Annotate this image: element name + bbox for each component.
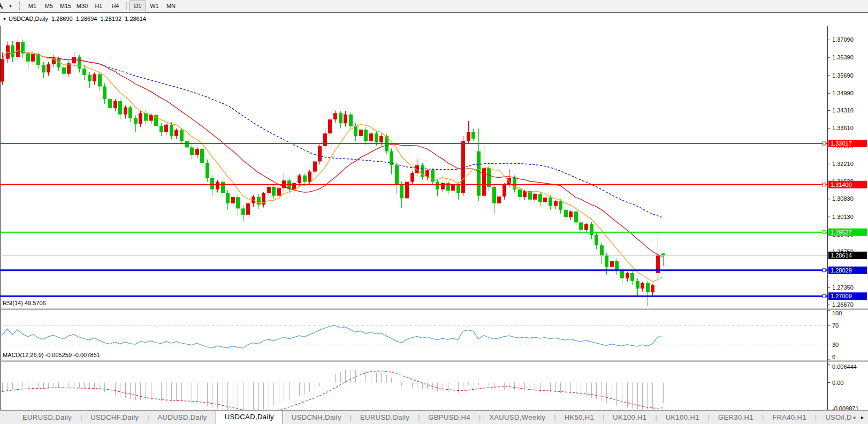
tab-audusd-daily[interactable]: AUDUSD,Daily [149, 411, 215, 424]
tab-gbpusd-h4[interactable]: GBPUSD,H4 [420, 411, 479, 424]
tab-fra40-h1[interactable]: FRA40,H1 [764, 411, 815, 424]
timeframe-button-d1[interactable]: D1 [130, 1, 146, 11]
tab-ger30-h1[interactable]: GER30,H1 [710, 411, 762, 424]
cursor-tool-icon[interactable] [0, 2, 7, 10]
price-tick-label: 1.34990 [832, 90, 854, 96]
low-value: 1.28192 [100, 16, 121, 22]
price-tick-label: 1.36390 [832, 54, 854, 60]
timeframe-button-m30[interactable]: M30 [74, 1, 90, 11]
timeframe-button-m5[interactable]: M5 [41, 1, 57, 11]
toolbar-grip[interactable] [19, 2, 20, 10]
cursor-arrow-dot [1, 7, 3, 9]
price-tick-label: 1.33610 [832, 125, 854, 131]
timeframe-button-mn[interactable]: MN [163, 1, 179, 11]
price-tick-label: 1.34310 [832, 107, 854, 113]
tab-eurusd-daily[interactable]: EURUSD,Daily [14, 411, 80, 424]
price-tick-label: 1.30130 [832, 214, 854, 220]
close-value: 1.28614 [125, 16, 146, 22]
price-line-label: 1.33017 [831, 140, 852, 147]
tab-scroll-buttons: ◄ ► [851, 415, 868, 420]
symbol-period-label: USDCAD,Daily [9, 16, 48, 22]
tab-usdchf-daily[interactable]: USDCHF,Daily [82, 411, 147, 424]
price-line-label: 1.29527 [831, 229, 852, 236]
timeframe-button-h4[interactable]: H4 [107, 1, 124, 11]
timeframe-separator [126, 2, 127, 10]
horizontal-lines-layer[interactable] [0, 142, 827, 298]
price-line-label: 1.27009 [831, 293, 852, 299]
timeframe-button-group: M1M5M15M30H1H4D1W1MN [24, 0, 179, 12]
cursor-tool-caret-icon[interactable]: ▼ [9, 4, 12, 8]
rsi-indicator-label: RSI(14) 49.5706 [3, 300, 46, 306]
price-tick-label: 1.35690 [832, 72, 854, 79]
tab-usdcnh-daily[interactable]: USDCNH,Daily [283, 411, 350, 424]
macd-tick-label: 0.00 [832, 380, 843, 386]
price-tick-label: 1.26670 [832, 301, 854, 308]
current-price-label: 1.28614 [831, 252, 852, 259]
tab-eurusd-daily[interactable]: EURUSD,Daily [352, 411, 418, 424]
timeframe-button-m15[interactable]: M15 [57, 1, 74, 11]
tab-uk100-h1[interactable]: UK100,H1 [604, 411, 655, 424]
tab-xauusd-weekly[interactable]: XAUUSD,Weekly [481, 411, 554, 424]
tab-scroll-left-icon[interactable]: ◄ [851, 415, 856, 420]
high-value: 1.28694 [76, 16, 97, 22]
rsi-line [2, 325, 663, 348]
macd-tick-label: 0.006444 [832, 364, 857, 370]
price-line-label: 1.28029 [831, 267, 852, 274]
timeframe-button-w1[interactable]: W1 [146, 1, 163, 11]
tab-usoil-daily[interactable]: USOil,Daily [817, 411, 851, 424]
candles-layer [1, 39, 665, 306]
tab-uk100-h1[interactable]: UK100,H1 [657, 411, 708, 424]
chart-tab-bar: EURUSD,Daily|USDCHF,Daily|AUDUSD,DailyUS… [0, 410, 868, 424]
ohlc-readout: ▼USDCAD,Daily1.286901.286941.281921.2861… [3, 16, 146, 22]
chart-tabs: EURUSD,Daily|USDCHF,Daily|AUDUSD,DailyUS… [0, 411, 851, 424]
timeframe-button-m1[interactable]: M1 [24, 1, 41, 11]
macd-signal-line [2, 371, 663, 412]
rsi-tick-label: 30 [832, 342, 839, 348]
tab-scroll-right-icon[interactable]: ► [860, 415, 865, 420]
chart-window: 1.370901.363901.356901.349901.343101.336… [0, 12, 868, 411]
price-line-label: 1.31400 [831, 181, 852, 188]
chart-canvas[interactable]: 1.370901.363901.356901.349901.343101.336… [0, 26, 868, 423]
price-tick-label: 1.37090 [832, 36, 854, 43]
price-tick-label: 1.32210 [832, 161, 854, 167]
macd-indicator-label: MACD(12,26,9) -0.005259 -0.007851 [3, 352, 100, 358]
timeframe-button-h1[interactable]: H1 [90, 1, 107, 11]
rsi-tick-label: 0 [832, 354, 835, 360]
price-tick-label: 1.30830 [832, 195, 854, 202]
rsi-tick-label: 70 [832, 322, 839, 329]
price-tick-label: 1.27350 [832, 284, 854, 291]
chart-menu-caret-icon[interactable]: ▼ [3, 17, 6, 21]
toolbar: ▼ M1M5M15M30H1H4D1W1MN [0, 0, 868, 12]
open-value: 1.28690 [51, 16, 73, 22]
tab-hk50-h1[interactable]: HK50,H1 [556, 411, 603, 424]
tab-usdcad-daily[interactable]: USDCAD,Daily [216, 411, 283, 424]
rsi-tick-label: 100 [832, 310, 842, 316]
